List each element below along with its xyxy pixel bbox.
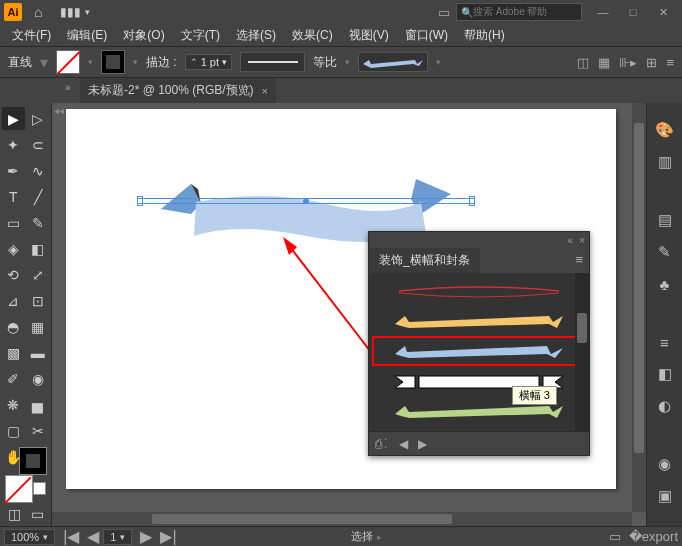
menu-window[interactable]: 窗口(W)	[401, 25, 452, 46]
none-mode-btn[interactable]	[33, 482, 46, 495]
stroke-swatch[interactable]	[101, 50, 125, 74]
graphic-styles-panel-icon[interactable]: ▣	[654, 485, 676, 507]
style-icon[interactable]: ▦	[598, 55, 610, 70]
close-button[interactable]: ✕	[648, 2, 678, 22]
eraser-tool[interactable]: ◧	[27, 237, 50, 260]
symbol-sprayer-tool[interactable]: ❋	[2, 393, 25, 416]
panel-title[interactable]: 装饰_横幅和封条	[369, 248, 480, 273]
arrange-documents-icon[interactable]: ▭	[438, 5, 450, 20]
rotate-tool[interactable]: ⟲	[2, 263, 25, 286]
free-transform-tool[interactable]: ⊡	[27, 289, 50, 312]
vertical-scrollbar[interactable]	[632, 103, 646, 512]
panel-menu-icon[interactable]: ≡	[666, 55, 674, 70]
stroke-profile-dropdown[interactable]	[240, 52, 305, 72]
pen-tool[interactable]: ✒	[2, 159, 25, 182]
artboard-nav-input[interactable]: 1▾	[103, 529, 132, 545]
brush-item[interactable]	[373, 277, 585, 305]
transparency-panel-icon[interactable]: ◐	[654, 395, 676, 417]
close-tab-icon[interactable]: ×	[262, 85, 268, 97]
app-logo[interactable]: Ai	[4, 3, 22, 21]
brush-item[interactable]	[373, 307, 585, 335]
brush-item-selected[interactable]	[373, 337, 585, 365]
scale-tool[interactable]: ⤢	[27, 263, 50, 286]
zoom-level-input[interactable]: 100%▾	[4, 529, 55, 545]
selection-handle[interactable]	[469, 196, 475, 202]
horizontal-scrollbar[interactable]	[52, 512, 632, 526]
fill-swatch[interactable]	[56, 50, 80, 74]
magic-wand-tool[interactable]: ✦	[2, 133, 25, 156]
brush-item[interactable]: 横幅 3	[373, 367, 585, 395]
menu-select[interactable]: 选择(S)	[232, 25, 280, 46]
swatches-panel-icon[interactable]: ▤	[654, 209, 676, 231]
brush-library-menu-icon[interactable]: ⎙⁚	[375, 437, 389, 451]
last-artboard-icon[interactable]: ▶|	[156, 527, 180, 546]
mesh-tool[interactable]: ▩	[2, 341, 25, 364]
prev-artboard-icon[interactable]: ◀	[83, 527, 103, 546]
lasso-tool[interactable]: ⊂	[27, 133, 50, 156]
transform-icon[interactable]: ⊞	[646, 55, 657, 70]
canvas-collapse-icon[interactable]: ◂◂	[54, 105, 64, 116]
next-artboard-icon[interactable]: ▶	[136, 527, 156, 546]
minimize-button[interactable]: —	[588, 2, 618, 22]
selection-handle[interactable]	[137, 200, 143, 206]
align-icon[interactable]: ⊪▸	[619, 55, 637, 70]
stroke-width-input[interactable]: ⌃1 pt▾	[185, 54, 232, 70]
selection-handle[interactable]	[137, 198, 143, 204]
document-tab[interactable]: 未标题-2* @ 100% (RGB/预览) ×	[80, 78, 276, 103]
brushes-panel[interactable]: « × 装饰_横幅和封条 ≡ 横幅 3 ⎙⁚	[368, 231, 590, 456]
direct-selection-tool[interactable]: ▷	[27, 107, 50, 130]
search-input[interactable]: 🔍 搜索 Adobe 帮助	[456, 3, 582, 21]
menu-edit[interactable]: 编辑(E)	[63, 25, 111, 46]
panel-collapse-icon[interactable]: «	[568, 235, 574, 246]
shaper-tool[interactable]: ◈	[2, 237, 25, 260]
selection-handle[interactable]	[137, 196, 143, 202]
maximize-button[interactable]: □	[618, 2, 648, 22]
color-panel-icon[interactable]: 🎨	[654, 119, 676, 141]
menu-object[interactable]: 对象(O)	[119, 25, 168, 46]
gradient-tool[interactable]: ▬	[27, 341, 50, 364]
screen-mode-icon[interactable]: ▭	[26, 502, 49, 525]
selection-handle[interactable]	[469, 198, 475, 204]
symbols-panel-icon[interactable]: ♣	[654, 273, 676, 295]
brush-definition-dropdown[interactable]	[358, 52, 428, 72]
slice-tool[interactable]: ✂	[27, 419, 50, 442]
perspective-tool[interactable]: ▦	[27, 315, 50, 338]
panel-close-icon[interactable]: ×	[579, 235, 585, 246]
stroke-panel-icon[interactable]: ≡	[654, 331, 676, 353]
workspace-dropdown[interactable]: ▮▮▮ ▾	[60, 5, 90, 19]
menu-type[interactable]: 文字(T)	[177, 25, 224, 46]
menu-effect[interactable]: 效果(C)	[288, 25, 337, 46]
brush-list-scrollbar[interactable]	[575, 273, 589, 431]
blend-tool[interactable]: ◉	[27, 367, 50, 390]
tab-overflow-icon[interactable]: »	[65, 82, 71, 93]
draw-mode-icon[interactable]: ◫	[3, 502, 26, 525]
canvas-area[interactable]: ◂◂	[52, 103, 646, 526]
panel-menu-icon[interactable]: ≡	[569, 248, 589, 271]
shape-builder-tool[interactable]: ◓	[2, 315, 25, 338]
rectangle-tool[interactable]: ▭	[2, 211, 25, 234]
eyedropper-tool[interactable]: ✐	[2, 367, 25, 390]
color-guide-panel-icon[interactable]: ▥	[654, 151, 676, 173]
brushes-panel-icon[interactable]: ✎	[654, 241, 676, 263]
appearance-panel-icon[interactable]: ◉	[654, 453, 676, 475]
menu-help[interactable]: 帮助(H)	[460, 25, 509, 46]
selection-handle[interactable]	[469, 200, 475, 206]
menu-view[interactable]: 视图(V)	[345, 25, 393, 46]
next-library-icon[interactable]: ▶	[418, 437, 427, 451]
type-tool[interactable]: T	[2, 185, 25, 208]
home-icon[interactable]: ⌂	[34, 4, 42, 20]
gradient-panel-icon[interactable]: ◧	[654, 363, 676, 385]
width-tool[interactable]: ⊿	[2, 289, 25, 312]
status-icon-1[interactable]: ▭	[609, 529, 621, 544]
menu-file[interactable]: 文件(F)	[8, 25, 55, 46]
paintbrush-tool[interactable]: ✎	[27, 211, 50, 234]
graph-tool[interactable]: ▅	[27, 393, 50, 416]
line-tool[interactable]: ╱	[27, 185, 50, 208]
selection-tool[interactable]: ▶	[2, 107, 25, 130]
opacity-icon[interactable]: ◫	[577, 55, 589, 70]
first-artboard-icon[interactable]: |◀	[59, 527, 83, 546]
curvature-tool[interactable]: ∿	[27, 159, 50, 182]
artboard-tool[interactable]: ▢	[2, 419, 25, 442]
prev-library-icon[interactable]: ◀	[399, 437, 408, 451]
status-icon-2[interactable]: �export	[629, 529, 678, 544]
